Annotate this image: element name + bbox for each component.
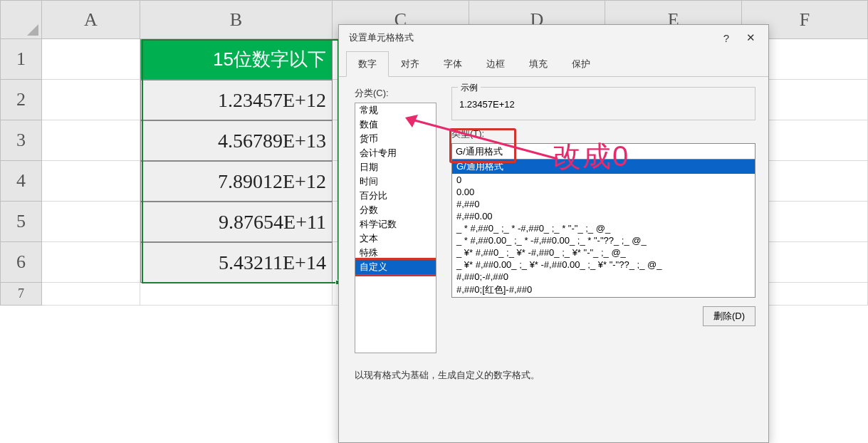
tab-font[interactable]: 字体 <box>432 51 474 77</box>
delete-button[interactable]: 删除(D) <box>703 306 755 326</box>
row-header-6[interactable]: 6 <box>0 242 42 283</box>
tab-border[interactable]: 边框 <box>474 51 517 77</box>
category-item[interactable]: 日期 <box>355 160 436 174</box>
category-item-custom[interactable]: 自定义 <box>355 260 436 274</box>
row-header-4[interactable]: 4 <box>0 161 42 202</box>
category-list[interactable]: 常规 数值 货币 会计专用 日期 时间 百分比 分数 科学记数 文本 特殊 自定… <box>355 103 436 353</box>
cell-A4[interactable] <box>42 161 140 202</box>
row-header-3[interactable]: 3 <box>0 120 42 161</box>
cell-A5[interactable] <box>42 202 140 242</box>
cell-B7[interactable] <box>140 283 333 306</box>
help-text: 以现有格式为基础，生成自定义的数字格式。 <box>355 369 755 382</box>
category-item[interactable]: 科学记数 <box>355 217 436 231</box>
format-item[interactable]: 0.00 <box>452 186 755 198</box>
category-item[interactable]: 数值 <box>355 118 436 132</box>
select-all-triangle-icon <box>27 24 38 36</box>
tab-fill[interactable]: 填充 <box>517 51 560 77</box>
cell-B3[interactable]: 4.56789E+13 <box>140 120 333 161</box>
cell-B4[interactable]: 7.89012E+12 <box>140 161 333 202</box>
select-all-corner[interactable] <box>0 0 42 39</box>
category-item[interactable]: 文本 <box>355 231 436 246</box>
category-item[interactable]: 会计专用 <box>355 146 436 160</box>
cell-A7[interactable] <box>42 283 140 306</box>
tab-alignment[interactable]: 对齐 <box>389 51 432 77</box>
cell-A1[interactable] <box>42 39 140 80</box>
cell-B1[interactable]: 15位数字以下 <box>140 39 333 80</box>
category-item[interactable]: 常规 <box>355 103 436 118</box>
example-value: 1.23457E+12 <box>459 96 748 110</box>
dialog-title: 设置单元格格式 <box>349 31 414 44</box>
col-header-B[interactable]: B <box>140 0 333 39</box>
help-button[interactable]: ? <box>714 28 738 47</box>
dialog-body: 分类(C): 常规 数值 货币 会计专用 日期 时间 百分比 分数 科学记数 文… <box>339 77 768 442</box>
cell-B5[interactable]: 9.87654E+11 <box>140 202 333 242</box>
svg-marker-0 <box>27 24 38 36</box>
dialog-titlebar[interactable]: 设置单元格格式 ? ✕ <box>339 25 768 51</box>
format-item[interactable]: _ * #,##0_ ;_ * -#,##0_ ;_ * "-"_ ;_ @_ <box>452 222 755 234</box>
format-item[interactable]: #,##0;-#,##0 <box>452 271 755 283</box>
cell-B2[interactable]: 1.23457E+12 <box>140 80 333 120</box>
category-item[interactable]: 时间 <box>355 174 436 189</box>
format-list[interactable]: G/通用格式 0 0.00 #,##0 #,##0.00 _ * #,##0_ … <box>451 160 755 298</box>
format-item[interactable]: #,##0.00 <box>452 210 755 222</box>
row-header-1[interactable]: 1 <box>0 39 42 80</box>
category-item[interactable]: 百分比 <box>355 189 436 203</box>
format-item[interactable]: _ ¥* #,##0.00_ ;_ ¥* -#,##0.00_ ;_ ¥* "-… <box>452 259 755 271</box>
cell-A2[interactable] <box>42 80 140 120</box>
category-item[interactable]: 特殊 <box>355 246 436 260</box>
format-cells-dialog: 设置单元格格式 ? ✕ 数字 对齐 字体 边框 填充 保护 分类(C): 常规 … <box>338 24 769 443</box>
tab-protection[interactable]: 保护 <box>560 51 602 77</box>
format-item[interactable]: #,##0;[红色]-#,##0 <box>452 283 755 297</box>
row-header-2[interactable]: 2 <box>0 80 42 120</box>
format-item[interactable]: #,##0.00;-#,##0.00 <box>452 297 755 298</box>
dialog-tabs: 数字 对齐 字体 边框 填充 保护 <box>339 51 768 77</box>
close-button[interactable]: ✕ <box>738 28 763 47</box>
category-label: 分类(C): <box>355 87 439 100</box>
example-label: 示例 <box>458 82 481 94</box>
cell-A3[interactable] <box>42 120 140 161</box>
row-header-5[interactable]: 5 <box>0 202 42 242</box>
category-item[interactable]: 分数 <box>355 203 436 217</box>
annotation-text: 改成0 <box>553 137 629 176</box>
cell-B6[interactable]: 5.43211E+14 <box>140 242 333 283</box>
example-box: 示例 1.23457E+12 <box>451 87 755 120</box>
close-icon: ✕ <box>746 31 755 44</box>
format-item[interactable]: #,##0 <box>452 198 755 210</box>
cell-A6[interactable] <box>42 242 140 283</box>
format-item[interactable]: _ ¥* #,##0_ ;_ ¥* -#,##0_ ;_ ¥* "-"_ ;_ … <box>452 246 755 259</box>
col-header-A[interactable]: A <box>42 0 140 39</box>
row-header-7[interactable]: 7 <box>0 283 42 306</box>
format-item[interactable]: _ * #,##0.00_ ;_ * -#,##0.00_ ;_ * "-"??… <box>452 234 755 246</box>
category-item[interactable]: 货币 <box>355 132 436 146</box>
tab-number[interactable]: 数字 <box>346 51 389 77</box>
